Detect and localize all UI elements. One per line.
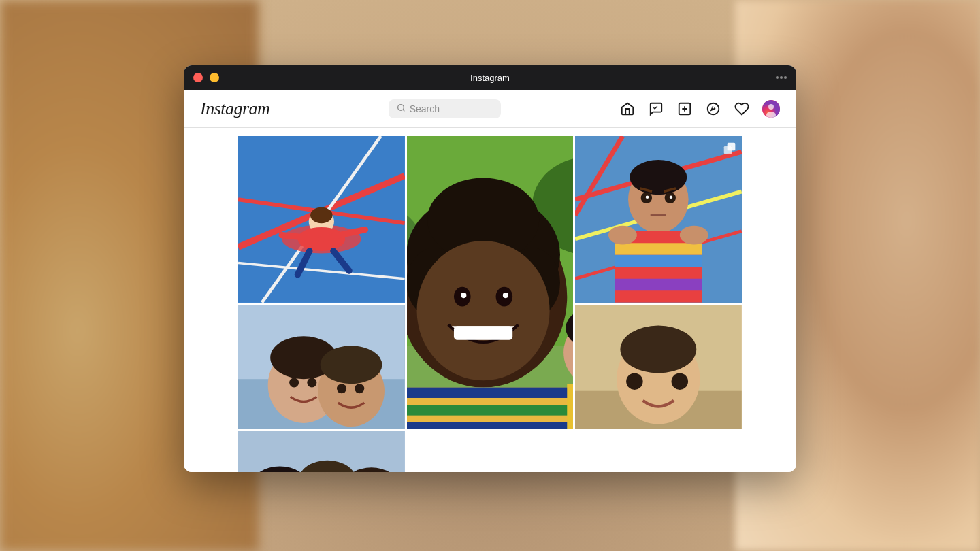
instagram-app: Instagram Search (184, 90, 796, 472)
svg-point-50 (630, 160, 687, 195)
svg-line-13 (282, 235, 321, 239)
home-button[interactable] (619, 101, 636, 117)
svg-point-60 (608, 226, 637, 245)
close-icon: × (196, 74, 200, 82)
svg-point-72 (337, 384, 346, 393)
svg-rect-63 (724, 146, 732, 154)
svg-rect-56 (615, 243, 702, 254)
svg-point-61 (680, 226, 708, 245)
grid-item-bottom3[interactable] (238, 431, 405, 472)
close-button[interactable]: × (193, 73, 203, 82)
svg-point-69 (321, 346, 382, 384)
grid-item-bottom1[interactable] (238, 305, 405, 429)
app-window: × – Instagram Instagram Search (184, 65, 796, 472)
svg-rect-59 (615, 279, 702, 290)
svg-point-71 (307, 378, 316, 387)
more-dot (784, 76, 787, 79)
svg-point-54 (670, 195, 673, 199)
nav-icons (619, 100, 780, 118)
minimize-button[interactable]: – (210, 73, 219, 82)
svg-point-77 (621, 325, 697, 373)
new-post-button[interactable] (676, 101, 693, 117)
photo-grid (184, 136, 796, 472)
svg-point-78 (626, 373, 642, 389)
grid-item-sport[interactable] (238, 136, 405, 303)
multi-image-icon (723, 141, 736, 155)
window-title: Instagram (470, 73, 510, 83)
svg-point-33 (502, 293, 508, 298)
svg-point-29 (416, 241, 549, 380)
grid-item-face[interactable] (407, 136, 574, 429)
activity-button[interactable] (734, 101, 750, 117)
search-bar[interactable]: Search (389, 99, 501, 118)
svg-rect-57 (615, 255, 702, 267)
more-dot (776, 76, 779, 79)
titlebar: × – Instagram (184, 65, 796, 90)
more-button[interactable] (776, 76, 787, 79)
more-dot (780, 76, 783, 79)
ig-header: Instagram Search (184, 90, 796, 128)
svg-rect-37 (407, 405, 574, 415)
minimize-icon: – (212, 74, 216, 82)
search-placeholder: Search (410, 103, 440, 114)
window-controls: × – (193, 73, 219, 82)
explore-button[interactable] (705, 101, 721, 117)
svg-rect-58 (615, 267, 702, 278)
ig-content (184, 128, 796, 472)
search-icon (397, 103, 406, 114)
svg-point-32 (461, 293, 466, 298)
avatar[interactable] (762, 100, 780, 118)
svg-rect-34 (454, 326, 512, 340)
svg-point-17 (310, 207, 333, 223)
instagram-logo[interactable]: Instagram (200, 99, 270, 119)
svg-rect-36 (407, 388, 574, 398)
messenger-button[interactable] (648, 101, 664, 117)
grid-item-bottom2[interactable] (575, 305, 742, 430)
svg-rect-38 (407, 422, 574, 429)
svg-point-79 (672, 373, 688, 389)
svg-point-53 (646, 195, 649, 199)
svg-point-0 (397, 104, 404, 110)
grid-item-colorful[interactable] (575, 136, 742, 303)
svg-point-73 (355, 384, 364, 393)
svg-rect-43 (567, 384, 573, 429)
svg-point-3 (768, 104, 774, 110)
svg-point-70 (289, 378, 299, 387)
